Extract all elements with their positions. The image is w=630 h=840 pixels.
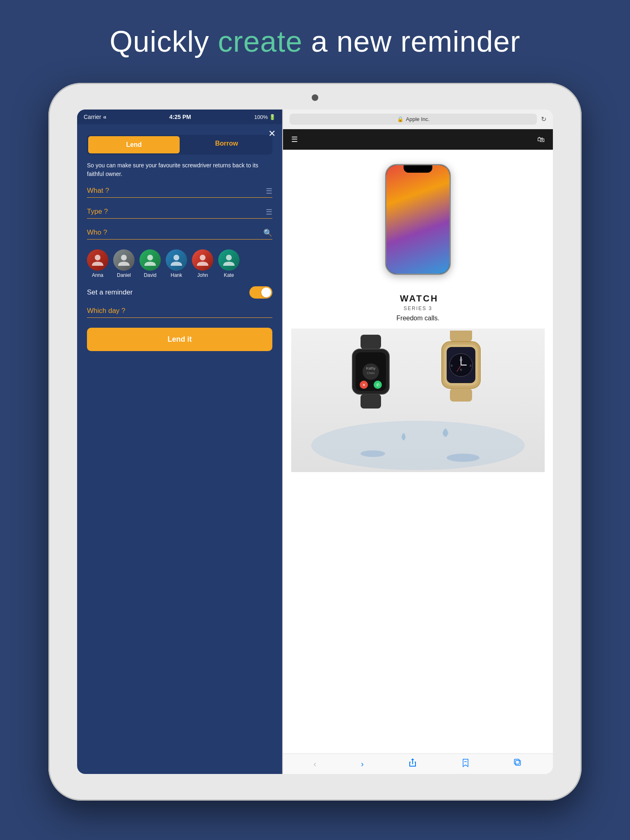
svg-rect-7 bbox=[361, 335, 381, 349]
contact-daniel[interactable]: Daniel bbox=[113, 249, 135, 278]
avatar-david bbox=[139, 249, 161, 271]
svg-point-6 bbox=[311, 421, 525, 470]
contact-name-john: John bbox=[197, 272, 208, 278]
menu-icon[interactable]: ☰ bbox=[291, 135, 298, 144]
iphone-notch bbox=[404, 165, 432, 173]
contact-name-anna: Anna bbox=[92, 272, 103, 278]
safari-bottom-bar: ‹ › bbox=[283, 753, 553, 774]
avatar-hank bbox=[166, 249, 187, 271]
avatar-daniel bbox=[113, 249, 135, 271]
svg-point-0 bbox=[95, 255, 100, 260]
svg-point-3 bbox=[173, 255, 179, 260]
lend-it-button[interactable]: Lend it bbox=[87, 328, 272, 351]
avatar-anna bbox=[87, 249, 108, 271]
type-list-icon[interactable]: ☰ bbox=[266, 208, 272, 217]
close-button[interactable]: ✕ bbox=[268, 128, 276, 139]
header-highlight: create bbox=[218, 25, 302, 58]
wifi-icon: 𝛂 bbox=[103, 114, 106, 120]
contact-name-hank: Hank bbox=[171, 272, 182, 278]
header-text-before: Quickly bbox=[110, 25, 218, 58]
what-list-icon[interactable]: ☰ bbox=[266, 187, 272, 196]
safari-address-bar: 🔒 Apple Inc. ↻ bbox=[283, 110, 553, 129]
svg-text:✆: ✆ bbox=[376, 383, 379, 387]
which-day-label: Which day ? bbox=[87, 307, 272, 315]
svg-point-5 bbox=[226, 255, 232, 260]
which-day-field: Which day ? bbox=[87, 307, 272, 318]
tablet-screen: Carrier 𝛂 4:25 PM 100% 🔋 ✕ Lend Borrow bbox=[77, 110, 553, 774]
svg-point-2 bbox=[147, 255, 153, 260]
watch-series-text: SERIES 3 bbox=[404, 306, 432, 311]
reminder-label: Set a reminder bbox=[87, 288, 133, 297]
watch-image-area: Kathy Chen ✕ ✆ bbox=[291, 329, 545, 472]
reminder-row: Set a reminder bbox=[87, 286, 272, 299]
svg-text:Kathy: Kathy bbox=[366, 366, 376, 370]
iphone-screen bbox=[386, 165, 450, 274]
app-panel: Carrier 𝛂 4:25 PM 100% 🔋 ✕ Lend Borrow bbox=[77, 110, 282, 774]
svg-point-32 bbox=[361, 450, 385, 457]
tab-container: Lend Borrow bbox=[87, 135, 272, 155]
battery-icon: 🔋 bbox=[269, 114, 276, 120]
svg-text:6: 6 bbox=[460, 368, 462, 372]
avatar-john bbox=[192, 249, 213, 271]
svg-text:3: 3 bbox=[470, 364, 472, 368]
svg-text:✕: ✕ bbox=[362, 383, 365, 387]
type-field: Type ? ☰ bbox=[87, 208, 272, 219]
status-bar: Carrier 𝛂 4:25 PM 100% 🔋 bbox=[77, 110, 282, 124]
page-header: Quickly create a new reminder bbox=[110, 25, 520, 58]
bookmarks-icon[interactable] bbox=[461, 758, 470, 769]
forward-button[interactable]: › bbox=[361, 759, 364, 769]
watch-tagline-text: Freedom calls. bbox=[397, 315, 440, 322]
type-label: Type ? bbox=[87, 208, 272, 216]
tab-lend[interactable]: Lend bbox=[88, 136, 180, 153]
contact-name-david: David bbox=[144, 272, 157, 278]
reminder-toggle[interactable] bbox=[249, 286, 272, 299]
svg-point-33 bbox=[447, 454, 479, 462]
description-text: So you can make sure your favourite scre… bbox=[87, 161, 272, 178]
app-content: ✕ Lend Borrow So you can make sure your … bbox=[77, 124, 282, 774]
contact-hank[interactable]: Hank bbox=[166, 249, 187, 278]
safari-content: WATCH SERIES 3 Freedom calls. bbox=[283, 150, 553, 753]
iphone-x-frame bbox=[385, 164, 451, 275]
contact-john[interactable]: John bbox=[192, 249, 213, 278]
shopping-bag-icon[interactable]: 🛍 bbox=[537, 135, 545, 144]
safari-toolbar: ☰ 🛍 bbox=[283, 129, 553, 150]
avatar-kate bbox=[218, 249, 240, 271]
url-text: Apple Inc. bbox=[406, 116, 430, 122]
which-day-underline bbox=[87, 317, 272, 318]
svg-text:Chen: Chen bbox=[367, 371, 374, 375]
status-time: 4:25 PM bbox=[169, 114, 191, 120]
who-underline bbox=[87, 239, 272, 240]
safari-url-field[interactable]: 🔒 Apple Inc. bbox=[290, 114, 537, 125]
refresh-icon[interactable]: ↻ bbox=[541, 115, 546, 123]
tablet-camera bbox=[312, 94, 318, 101]
lock-icon: 🔒 bbox=[397, 116, 404, 122]
tablet-frame: Carrier 𝛂 4:25 PM 100% 🔋 ✕ Lend Borrow bbox=[48, 83, 582, 801]
watch-title-text: WATCH bbox=[400, 293, 438, 304]
contact-name-daniel: Daniel bbox=[117, 272, 131, 278]
safari-panel: 🔒 Apple Inc. ↻ ☰ 🛍 bbox=[283, 110, 553, 774]
contacts-row: Anna Daniel bbox=[87, 249, 272, 278]
share-icon[interactable] bbox=[409, 758, 417, 769]
tab-borrow[interactable]: Borrow bbox=[181, 135, 272, 155]
what-underline bbox=[87, 197, 272, 198]
svg-rect-18 bbox=[450, 331, 472, 342]
who-field: Who ? 🔍 bbox=[87, 228, 272, 240]
who-label: Who ? bbox=[87, 228, 272, 237]
svg-rect-17 bbox=[361, 394, 381, 409]
svg-text:9: 9 bbox=[451, 364, 453, 368]
watch-title-row: WATCH bbox=[397, 293, 438, 304]
back-button[interactable]: ‹ bbox=[313, 759, 316, 769]
what-label: What ? bbox=[87, 187, 272, 195]
contact-anna[interactable]: Anna bbox=[87, 249, 108, 278]
contact-david[interactable]: David bbox=[139, 249, 161, 278]
svg-rect-36 bbox=[514, 759, 519, 764]
type-underline bbox=[87, 218, 272, 219]
toggle-knob bbox=[261, 288, 271, 297]
contact-kate[interactable]: Kate bbox=[218, 249, 240, 278]
svg-point-4 bbox=[200, 255, 205, 260]
iphone-x-container bbox=[381, 162, 455, 277]
search-icon[interactable]: 🔍 bbox=[263, 228, 272, 237]
header-text-after: a new reminder bbox=[302, 25, 520, 58]
status-carrier: Carrier 𝛂 bbox=[84, 114, 106, 120]
tabs-icon[interactable] bbox=[514, 759, 522, 769]
